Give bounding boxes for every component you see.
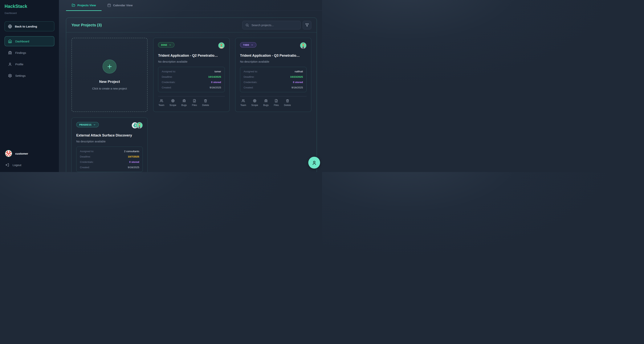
field-label: Credentials:	[244, 81, 257, 84]
scope-action-button[interactable]: Scope	[251, 99, 258, 106]
assigned-value: tomer	[214, 70, 221, 73]
sidebar-item-label: Settings	[15, 74, 26, 77]
home-icon	[8, 39, 12, 43]
sidebar-item-findings[interactable]: Findings	[4, 48, 54, 58]
field-label: Created:	[80, 166, 90, 169]
action-label: Delete	[202, 104, 209, 106]
new-project-card[interactable]: New Project Click to create a new projec…	[72, 38, 148, 112]
sidebar-nav: Dashboard Findings Profile Settings	[4, 36, 54, 81]
field-label: Assigned to:	[244, 70, 258, 73]
project-details: Assigned to:nafthali Deadline:10/23/2025…	[240, 67, 306, 92]
bugs-action-button[interactable]: Bugs	[263, 99, 269, 106]
action-label: Scope	[170, 104, 176, 106]
project-card: PROGRESS External Attack Surface Discove…	[72, 118, 148, 172]
deadline-value: 10/23/2025	[290, 75, 303, 78]
tab-calendar-view[interactable]: Calendar View	[102, 0, 138, 11]
credentials-value: 0 stored	[211, 81, 221, 84]
team-action-button[interactable]: Team	[158, 99, 164, 106]
file-icon	[193, 99, 196, 102]
created-value: 9/16/2025	[292, 86, 303, 89]
logout-icon	[5, 163, 9, 167]
field-label: Deadline:	[80, 155, 91, 158]
calendar-icon	[107, 4, 111, 7]
sidebar-item-settings[interactable]: Settings	[4, 71, 54, 81]
action-label: Bugs	[181, 104, 187, 106]
view-tabbar: Projects View Calendar View	[59, 0, 322, 11]
project-details: Assigned to:2 consultants Deadline:10/7/…	[76, 147, 143, 172]
status-label: PROGRESS	[79, 123, 92, 126]
logout-button[interactable]: Logout	[4, 163, 54, 167]
assignee-avatars	[300, 42, 306, 49]
bugs-action-button[interactable]: Bugs	[181, 99, 187, 106]
new-project-title: New Project	[99, 80, 120, 84]
files-action-button[interactable]: Files	[192, 99, 197, 106]
credentials-value: 0 stored	[293, 81, 303, 84]
status-badge[interactable]: TODO	[240, 42, 256, 48]
back-to-landing-label: Back to Landing	[15, 25, 37, 28]
project-details: Assigned to:tomer Deadline:10/14/2025 Cr…	[158, 67, 224, 92]
bug-icon	[264, 99, 268, 102]
tab-label: Projects View	[78, 4, 96, 7]
sidebar: HackStack Dashboard Back to Landing Dash…	[0, 0, 59, 172]
status-label: TODO	[243, 44, 249, 46]
field-label: Created:	[162, 86, 172, 89]
male-photo-avatar	[300, 42, 306, 49]
action-label: Delete	[284, 104, 291, 106]
scope-action-button[interactable]: Scope	[170, 99, 176, 106]
field-label: Credentials:	[162, 81, 176, 84]
field-label: Deadline:	[244, 75, 254, 78]
new-project-subtitle: Click to create a new project	[92, 87, 127, 90]
bug-icon	[182, 99, 186, 102]
filter-button[interactable]	[303, 21, 311, 29]
team-icon	[160, 99, 163, 102]
folder-open-icon	[72, 4, 75, 7]
username: customer	[15, 152, 28, 155]
project-card: DONE Trident Application - Q2 Penetratio…	[153, 38, 229, 112]
action-label: Files	[274, 104, 279, 106]
action-label: Team	[158, 104, 164, 106]
card-actions: Team Scope Bugs Files Delete	[240, 99, 306, 106]
action-label: Bugs	[263, 104, 269, 106]
delete-action-button[interactable]: Delete	[284, 99, 291, 106]
team-action-button[interactable]: Team	[240, 99, 246, 106]
person-icon	[312, 160, 317, 165]
back-to-landing-button[interactable]: Back to Landing	[4, 21, 54, 31]
field-label: Created:	[244, 86, 254, 89]
assignee-avatars	[218, 42, 225, 49]
chevron-down-icon	[251, 44, 253, 46]
funnel-icon	[305, 23, 309, 27]
trash-icon	[286, 99, 289, 102]
status-badge[interactable]: DONE	[158, 42, 174, 48]
support-person-fab[interactable]	[308, 157, 320, 168]
deadline-value: 10/7/2025	[128, 155, 139, 158]
male-photo-avatar	[136, 122, 143, 129]
target-icon	[171, 99, 175, 102]
sidebar-item-dashboard[interactable]: Dashboard	[4, 36, 54, 46]
tab-projects-view[interactable]: Projects View	[66, 0, 102, 11]
sidebar-item-label: Findings	[15, 51, 26, 54]
project-title: Trident Application - Q3 Penetratio…	[240, 54, 306, 58]
delete-action-button[interactable]: Delete	[202, 99, 209, 106]
assignee-avatars	[132, 122, 143, 129]
plus-icon	[102, 60, 116, 74]
field-label: Credentials:	[80, 160, 94, 163]
action-label: Files	[192, 104, 197, 106]
search-input[interactable]	[252, 24, 298, 27]
search-icon	[245, 23, 249, 27]
app-subtitle: Dashboard	[4, 12, 54, 15]
male-photo-avatar	[218, 42, 225, 49]
chevron-down-icon	[169, 44, 172, 46]
card-divider	[240, 96, 306, 96]
tab-label: Calendar View	[113, 4, 132, 7]
deadline-value: 10/14/2025	[208, 75, 221, 78]
user-profile-row[interactable]: customer	[4, 149, 54, 157]
credentials-value: 0 stored	[129, 160, 139, 163]
bug-icon	[8, 51, 12, 55]
status-label: DONE	[161, 44, 167, 46]
sidebar-item-profile[interactable]: Profile	[4, 59, 54, 69]
action-label: Team	[240, 104, 246, 106]
files-action-button[interactable]: Files	[274, 99, 279, 106]
status-badge[interactable]: PROGRESS	[76, 122, 99, 127]
project-card: TODO Trident Application - Q3 Penetratio…	[235, 38, 311, 112]
target-icon	[253, 99, 256, 102]
